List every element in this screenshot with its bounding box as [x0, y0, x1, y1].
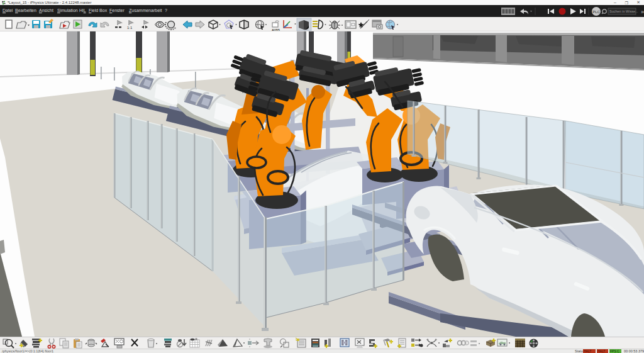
svg-text:1:1: 1:1: [127, 26, 133, 30]
svg-text:PLC: PLC: [592, 10, 600, 14]
svg-text:Suchen in Wisse...: Suchen in Wisse...: [609, 9, 638, 13]
svg-text:»: »: [641, 9, 644, 15]
svg-text:AUTO: AUTO: [272, 29, 280, 31]
